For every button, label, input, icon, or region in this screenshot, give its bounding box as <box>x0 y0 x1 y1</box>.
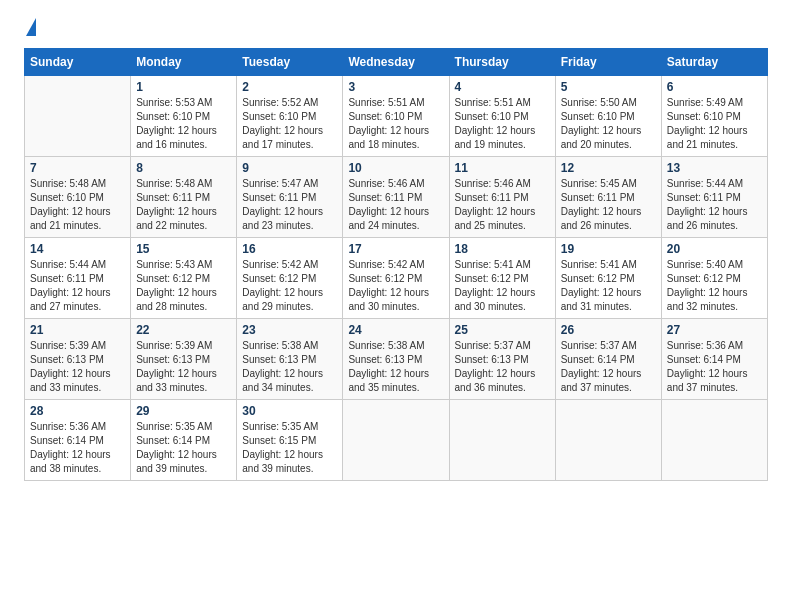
logo-triangle-icon <box>26 18 36 36</box>
day-info: Sunrise: 5:49 AM Sunset: 6:10 PM Dayligh… <box>667 96 762 152</box>
calendar-cell: 3Sunrise: 5:51 AM Sunset: 6:10 PM Daylig… <box>343 76 449 157</box>
calendar-cell: 11Sunrise: 5:46 AM Sunset: 6:11 PM Dayli… <box>449 157 555 238</box>
day-number: 28 <box>30 404 125 418</box>
logo <box>24 20 36 38</box>
calendar-cell: 10Sunrise: 5:46 AM Sunset: 6:11 PM Dayli… <box>343 157 449 238</box>
calendar-week-row: 7Sunrise: 5:48 AM Sunset: 6:10 PM Daylig… <box>25 157 768 238</box>
weekday-header: Wednesday <box>343 49 449 76</box>
day-number: 20 <box>667 242 762 256</box>
calendar-week-row: 21Sunrise: 5:39 AM Sunset: 6:13 PM Dayli… <box>25 319 768 400</box>
calendar-cell: 28Sunrise: 5:36 AM Sunset: 6:14 PM Dayli… <box>25 400 131 481</box>
calendar-cell: 17Sunrise: 5:42 AM Sunset: 6:12 PM Dayli… <box>343 238 449 319</box>
day-info: Sunrise: 5:36 AM Sunset: 6:14 PM Dayligh… <box>30 420 125 476</box>
calendar-cell: 18Sunrise: 5:41 AM Sunset: 6:12 PM Dayli… <box>449 238 555 319</box>
day-info: Sunrise: 5:40 AM Sunset: 6:12 PM Dayligh… <box>667 258 762 314</box>
day-number: 15 <box>136 242 231 256</box>
calendar-cell: 25Sunrise: 5:37 AM Sunset: 6:13 PM Dayli… <box>449 319 555 400</box>
day-number: 11 <box>455 161 550 175</box>
calendar-cell: 4Sunrise: 5:51 AM Sunset: 6:10 PM Daylig… <box>449 76 555 157</box>
day-info: Sunrise: 5:35 AM Sunset: 6:14 PM Dayligh… <box>136 420 231 476</box>
day-info: Sunrise: 5:51 AM Sunset: 6:10 PM Dayligh… <box>455 96 550 152</box>
day-info: Sunrise: 5:51 AM Sunset: 6:10 PM Dayligh… <box>348 96 443 152</box>
weekday-header: Thursday <box>449 49 555 76</box>
day-info: Sunrise: 5:37 AM Sunset: 6:13 PM Dayligh… <box>455 339 550 395</box>
calendar-body: 1Sunrise: 5:53 AM Sunset: 6:10 PM Daylig… <box>25 76 768 481</box>
day-info: Sunrise: 5:50 AM Sunset: 6:10 PM Dayligh… <box>561 96 656 152</box>
day-number: 24 <box>348 323 443 337</box>
calendar-cell: 8Sunrise: 5:48 AM Sunset: 6:11 PM Daylig… <box>131 157 237 238</box>
calendar-cell: 6Sunrise: 5:49 AM Sunset: 6:10 PM Daylig… <box>661 76 767 157</box>
day-info: Sunrise: 5:46 AM Sunset: 6:11 PM Dayligh… <box>348 177 443 233</box>
weekday-header: Tuesday <box>237 49 343 76</box>
day-number: 6 <box>667 80 762 94</box>
calendar-cell: 23Sunrise: 5:38 AM Sunset: 6:13 PM Dayli… <box>237 319 343 400</box>
calendar-cell: 20Sunrise: 5:40 AM Sunset: 6:12 PM Dayli… <box>661 238 767 319</box>
day-number: 21 <box>30 323 125 337</box>
day-number: 27 <box>667 323 762 337</box>
calendar-cell: 30Sunrise: 5:35 AM Sunset: 6:15 PM Dayli… <box>237 400 343 481</box>
day-info: Sunrise: 5:41 AM Sunset: 6:12 PM Dayligh… <box>455 258 550 314</box>
day-number: 30 <box>242 404 337 418</box>
day-number: 4 <box>455 80 550 94</box>
weekday-header: Friday <box>555 49 661 76</box>
calendar-cell: 9Sunrise: 5:47 AM Sunset: 6:11 PM Daylig… <box>237 157 343 238</box>
day-info: Sunrise: 5:45 AM Sunset: 6:11 PM Dayligh… <box>561 177 656 233</box>
day-number: 17 <box>348 242 443 256</box>
day-number: 9 <box>242 161 337 175</box>
calendar-cell <box>343 400 449 481</box>
day-number: 5 <box>561 80 656 94</box>
day-number: 26 <box>561 323 656 337</box>
day-number: 29 <box>136 404 231 418</box>
header-row: SundayMondayTuesdayWednesdayThursdayFrid… <box>25 49 768 76</box>
day-number: 22 <box>136 323 231 337</box>
calendar-cell: 24Sunrise: 5:38 AM Sunset: 6:13 PM Dayli… <box>343 319 449 400</box>
calendar-cell: 16Sunrise: 5:42 AM Sunset: 6:12 PM Dayli… <box>237 238 343 319</box>
day-number: 19 <box>561 242 656 256</box>
day-info: Sunrise: 5:48 AM Sunset: 6:11 PM Dayligh… <box>136 177 231 233</box>
calendar-cell <box>25 76 131 157</box>
calendar-cell: 19Sunrise: 5:41 AM Sunset: 6:12 PM Dayli… <box>555 238 661 319</box>
calendar-cell: 22Sunrise: 5:39 AM Sunset: 6:13 PM Dayli… <box>131 319 237 400</box>
day-info: Sunrise: 5:48 AM Sunset: 6:10 PM Dayligh… <box>30 177 125 233</box>
day-number: 16 <box>242 242 337 256</box>
day-info: Sunrise: 5:42 AM Sunset: 6:12 PM Dayligh… <box>242 258 337 314</box>
calendar-cell <box>449 400 555 481</box>
day-number: 10 <box>348 161 443 175</box>
day-info: Sunrise: 5:52 AM Sunset: 6:10 PM Dayligh… <box>242 96 337 152</box>
day-info: Sunrise: 5:47 AM Sunset: 6:11 PM Dayligh… <box>242 177 337 233</box>
day-number: 3 <box>348 80 443 94</box>
calendar-cell: 1Sunrise: 5:53 AM Sunset: 6:10 PM Daylig… <box>131 76 237 157</box>
calendar-table: SundayMondayTuesdayWednesdayThursdayFrid… <box>24 48 768 481</box>
day-info: Sunrise: 5:41 AM Sunset: 6:12 PM Dayligh… <box>561 258 656 314</box>
day-info: Sunrise: 5:37 AM Sunset: 6:14 PM Dayligh… <box>561 339 656 395</box>
day-number: 1 <box>136 80 231 94</box>
calendar-cell <box>661 400 767 481</box>
calendar-cell: 27Sunrise: 5:36 AM Sunset: 6:14 PM Dayli… <box>661 319 767 400</box>
weekday-header: Monday <box>131 49 237 76</box>
calendar-week-row: 14Sunrise: 5:44 AM Sunset: 6:11 PM Dayli… <box>25 238 768 319</box>
day-info: Sunrise: 5:46 AM Sunset: 6:11 PM Dayligh… <box>455 177 550 233</box>
day-info: Sunrise: 5:44 AM Sunset: 6:11 PM Dayligh… <box>667 177 762 233</box>
calendar-cell: 2Sunrise: 5:52 AM Sunset: 6:10 PM Daylig… <box>237 76 343 157</box>
day-info: Sunrise: 5:35 AM Sunset: 6:15 PM Dayligh… <box>242 420 337 476</box>
day-number: 23 <box>242 323 337 337</box>
day-info: Sunrise: 5:39 AM Sunset: 6:13 PM Dayligh… <box>30 339 125 395</box>
day-info: Sunrise: 5:42 AM Sunset: 6:12 PM Dayligh… <box>348 258 443 314</box>
header <box>24 20 768 38</box>
day-info: Sunrise: 5:39 AM Sunset: 6:13 PM Dayligh… <box>136 339 231 395</box>
day-info: Sunrise: 5:43 AM Sunset: 6:12 PM Dayligh… <box>136 258 231 314</box>
calendar-cell: 12Sunrise: 5:45 AM Sunset: 6:11 PM Dayli… <box>555 157 661 238</box>
day-number: 7 <box>30 161 125 175</box>
calendar-week-row: 28Sunrise: 5:36 AM Sunset: 6:14 PM Dayli… <box>25 400 768 481</box>
calendar-header: SundayMondayTuesdayWednesdayThursdayFrid… <box>25 49 768 76</box>
day-number: 8 <box>136 161 231 175</box>
calendar-cell: 21Sunrise: 5:39 AM Sunset: 6:13 PM Dayli… <box>25 319 131 400</box>
calendar-week-row: 1Sunrise: 5:53 AM Sunset: 6:10 PM Daylig… <box>25 76 768 157</box>
day-number: 14 <box>30 242 125 256</box>
calendar-cell: 26Sunrise: 5:37 AM Sunset: 6:14 PM Dayli… <box>555 319 661 400</box>
day-info: Sunrise: 5:44 AM Sunset: 6:11 PM Dayligh… <box>30 258 125 314</box>
calendar-cell: 29Sunrise: 5:35 AM Sunset: 6:14 PM Dayli… <box>131 400 237 481</box>
calendar-cell: 13Sunrise: 5:44 AM Sunset: 6:11 PM Dayli… <box>661 157 767 238</box>
day-number: 25 <box>455 323 550 337</box>
calendar-cell: 5Sunrise: 5:50 AM Sunset: 6:10 PM Daylig… <box>555 76 661 157</box>
